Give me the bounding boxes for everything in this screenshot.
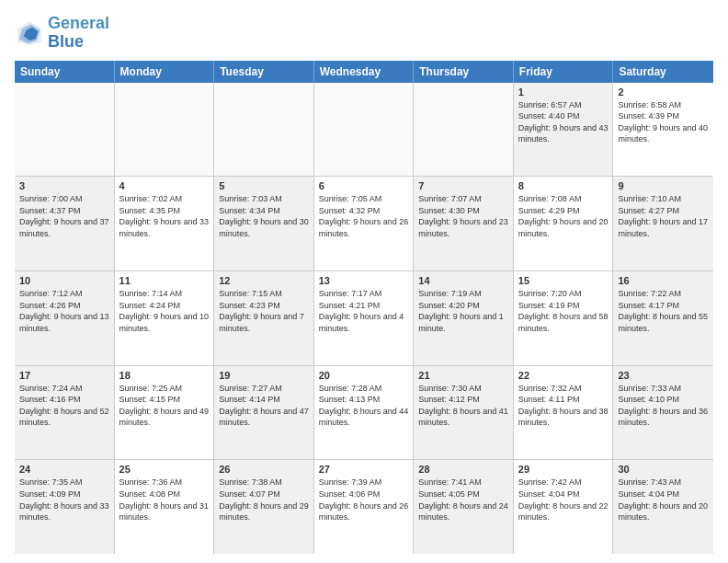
cal-cell-day-5: 5Sunrise: 7:03 AM Sunset: 4:34 PM Daylig… bbox=[214, 177, 314, 270]
cal-cell-day-22: 22Sunrise: 7:32 AM Sunset: 4:11 PM Dayli… bbox=[514, 366, 614, 460]
day-number: 18 bbox=[119, 370, 210, 381]
cal-cell-empty bbox=[15, 83, 115, 177]
day-details: Sunrise: 7:36 AM Sunset: 4:08 PM Dayligh… bbox=[119, 477, 210, 523]
cal-cell-day-9: 9Sunrise: 7:10 AM Sunset: 4:27 PM Daylig… bbox=[613, 177, 713, 270]
day-number: 8 bbox=[518, 180, 609, 191]
day-details: Sunrise: 7:19 AM Sunset: 4:20 PM Dayligh… bbox=[418, 288, 508, 334]
day-number: 5 bbox=[219, 180, 309, 191]
cal-cell-day-6: 6Sunrise: 7:05 AM Sunset: 4:32 PM Daylig… bbox=[314, 177, 415, 270]
day-details: Sunrise: 7:14 AM Sunset: 4:24 PM Dayligh… bbox=[119, 288, 210, 334]
cal-cell-day-19: 19Sunrise: 7:27 AM Sunset: 4:14 PM Dayli… bbox=[214, 366, 314, 460]
day-number: 6 bbox=[319, 180, 409, 191]
calendar-body: 1Sunrise: 6:57 AM Sunset: 4:40 PM Daylig… bbox=[15, 83, 713, 554]
cal-cell-day-28: 28Sunrise: 7:41 AM Sunset: 4:05 PM Dayli… bbox=[414, 460, 514, 554]
day-number: 25 bbox=[119, 464, 210, 475]
day-details: Sunrise: 7:43 AM Sunset: 4:04 PM Dayligh… bbox=[618, 477, 709, 523]
day-details: Sunrise: 7:38 AM Sunset: 4:07 PM Dayligh… bbox=[219, 477, 309, 523]
day-number: 7 bbox=[418, 180, 508, 191]
header-day-friday: Friday bbox=[514, 61, 614, 83]
cal-cell-day-20: 20Sunrise: 7:28 AM Sunset: 4:13 PM Dayli… bbox=[314, 366, 415, 460]
day-details: Sunrise: 7:25 AM Sunset: 4:15 PM Dayligh… bbox=[119, 383, 210, 429]
day-number: 15 bbox=[518, 275, 609, 286]
day-number: 16 bbox=[618, 275, 709, 286]
header-day-thursday: Thursday bbox=[414, 61, 514, 83]
day-details: Sunrise: 7:10 AM Sunset: 4:27 PM Dayligh… bbox=[618, 193, 709, 239]
logo-icon bbox=[15, 18, 44, 48]
calendar-row-1: 3Sunrise: 7:00 AM Sunset: 4:37 PM Daylig… bbox=[15, 177, 713, 271]
header-day-monday: Monday bbox=[115, 61, 215, 83]
cal-cell-day-4: 4Sunrise: 7:02 AM Sunset: 4:35 PM Daylig… bbox=[115, 177, 215, 270]
day-number: 30 bbox=[618, 464, 709, 475]
cal-cell-empty bbox=[214, 83, 314, 177]
logo-text: General Blue bbox=[48, 15, 109, 52]
day-details: Sunrise: 7:42 AM Sunset: 4:04 PM Dayligh… bbox=[518, 477, 609, 523]
cal-cell-day-8: 8Sunrise: 7:08 AM Sunset: 4:29 PM Daylig… bbox=[514, 177, 614, 270]
calendar-row-0: 1Sunrise: 6:57 AM Sunset: 4:40 PM Daylig… bbox=[15, 83, 713, 178]
cal-cell-day-7: 7Sunrise: 7:07 AM Sunset: 4:30 PM Daylig… bbox=[414, 177, 514, 270]
header-day-wednesday: Wednesday bbox=[314, 61, 415, 83]
day-details: Sunrise: 7:20 AM Sunset: 4:19 PM Dayligh… bbox=[518, 288, 609, 334]
day-details: Sunrise: 7:28 AM Sunset: 4:13 PM Dayligh… bbox=[319, 383, 409, 429]
day-details: Sunrise: 7:08 AM Sunset: 4:29 PM Dayligh… bbox=[518, 193, 609, 239]
day-number: 10 bbox=[19, 275, 109, 286]
day-details: Sunrise: 7:07 AM Sunset: 4:30 PM Dayligh… bbox=[418, 193, 508, 239]
cal-cell-day-25: 25Sunrise: 7:36 AM Sunset: 4:08 PM Dayli… bbox=[115, 460, 215, 554]
day-number: 27 bbox=[319, 464, 409, 475]
cal-cell-day-23: 23Sunrise: 7:33 AM Sunset: 4:10 PM Dayli… bbox=[613, 366, 713, 460]
cal-cell-empty bbox=[414, 83, 514, 177]
day-number: 28 bbox=[418, 464, 508, 475]
cal-cell-day-16: 16Sunrise: 7:22 AM Sunset: 4:17 PM Dayli… bbox=[613, 271, 713, 365]
day-number: 11 bbox=[119, 275, 210, 286]
day-number: 20 bbox=[319, 370, 409, 381]
day-number: 9 bbox=[618, 180, 709, 191]
page: General Blue SundayMondayTuesdayWednesda… bbox=[0, 0, 728, 563]
day-number: 19 bbox=[219, 370, 309, 381]
day-details: Sunrise: 6:57 AM Sunset: 4:40 PM Dayligh… bbox=[518, 99, 609, 145]
calendar-header: SundayMondayTuesdayWednesdayThursdayFrid… bbox=[15, 61, 713, 83]
day-number: 4 bbox=[119, 180, 210, 191]
day-details: Sunrise: 7:00 AM Sunset: 4:37 PM Dayligh… bbox=[19, 193, 109, 239]
cal-cell-day-17: 17Sunrise: 7:24 AM Sunset: 4:16 PM Dayli… bbox=[15, 366, 115, 460]
calendar: SundayMondayTuesdayWednesdayThursdayFrid… bbox=[15, 61, 713, 554]
day-details: Sunrise: 7:15 AM Sunset: 4:23 PM Dayligh… bbox=[219, 288, 309, 334]
header-day-tuesday: Tuesday bbox=[214, 61, 314, 83]
cal-cell-day-11: 11Sunrise: 7:14 AM Sunset: 4:24 PM Dayli… bbox=[115, 271, 215, 365]
day-number: 13 bbox=[319, 275, 409, 286]
header: General Blue bbox=[15, 15, 713, 52]
day-details: Sunrise: 7:30 AM Sunset: 4:12 PM Dayligh… bbox=[418, 383, 508, 429]
day-details: Sunrise: 7:39 AM Sunset: 4:06 PM Dayligh… bbox=[319, 477, 409, 523]
cal-cell-day-26: 26Sunrise: 7:38 AM Sunset: 4:07 PM Dayli… bbox=[214, 460, 314, 554]
cal-cell-day-2: 2Sunrise: 6:58 AM Sunset: 4:39 PM Daylig… bbox=[613, 83, 713, 177]
day-details: Sunrise: 7:24 AM Sunset: 4:16 PM Dayligh… bbox=[19, 383, 109, 429]
day-number: 22 bbox=[518, 370, 609, 381]
cal-cell-day-13: 13Sunrise: 7:17 AM Sunset: 4:21 PM Dayli… bbox=[314, 271, 415, 365]
day-number: 21 bbox=[418, 370, 508, 381]
day-details: Sunrise: 7:05 AM Sunset: 4:32 PM Dayligh… bbox=[319, 193, 409, 239]
day-details: Sunrise: 6:58 AM Sunset: 4:39 PM Dayligh… bbox=[618, 99, 709, 145]
day-details: Sunrise: 7:17 AM Sunset: 4:21 PM Dayligh… bbox=[319, 288, 409, 334]
day-details: Sunrise: 7:03 AM Sunset: 4:34 PM Dayligh… bbox=[219, 193, 309, 239]
cal-cell-day-12: 12Sunrise: 7:15 AM Sunset: 4:23 PM Dayli… bbox=[214, 271, 314, 365]
cal-cell-day-15: 15Sunrise: 7:20 AM Sunset: 4:19 PM Dayli… bbox=[514, 271, 614, 365]
cal-cell-day-3: 3Sunrise: 7:00 AM Sunset: 4:37 PM Daylig… bbox=[15, 177, 115, 270]
cal-cell-day-14: 14Sunrise: 7:19 AM Sunset: 4:20 PM Dayli… bbox=[414, 271, 514, 365]
day-details: Sunrise: 7:41 AM Sunset: 4:05 PM Dayligh… bbox=[418, 477, 508, 523]
header-day-sunday: Sunday bbox=[15, 61, 115, 83]
day-details: Sunrise: 7:32 AM Sunset: 4:11 PM Dayligh… bbox=[518, 383, 609, 429]
day-number: 2 bbox=[618, 86, 709, 98]
day-details: Sunrise: 7:35 AM Sunset: 4:09 PM Dayligh… bbox=[19, 477, 109, 523]
day-details: Sunrise: 7:22 AM Sunset: 4:17 PM Dayligh… bbox=[618, 288, 709, 334]
day-number: 3 bbox=[19, 180, 109, 191]
day-details: Sunrise: 7:33 AM Sunset: 4:10 PM Dayligh… bbox=[618, 383, 709, 429]
cal-cell-day-24: 24Sunrise: 7:35 AM Sunset: 4:09 PM Dayli… bbox=[15, 460, 115, 554]
calendar-row-2: 10Sunrise: 7:12 AM Sunset: 4:26 PM Dayli… bbox=[15, 271, 713, 366]
day-number: 17 bbox=[19, 370, 109, 381]
cal-cell-day-18: 18Sunrise: 7:25 AM Sunset: 4:15 PM Dayli… bbox=[115, 366, 215, 460]
header-day-saturday: Saturday bbox=[613, 61, 713, 83]
cal-cell-day-21: 21Sunrise: 7:30 AM Sunset: 4:12 PM Dayli… bbox=[414, 366, 514, 460]
cal-cell-day-27: 27Sunrise: 7:39 AM Sunset: 4:06 PM Dayli… bbox=[314, 460, 415, 554]
day-number: 29 bbox=[518, 464, 609, 475]
cal-cell-day-10: 10Sunrise: 7:12 AM Sunset: 4:26 PM Dayli… bbox=[15, 271, 115, 365]
day-number: 26 bbox=[219, 464, 309, 475]
day-number: 12 bbox=[219, 275, 309, 286]
